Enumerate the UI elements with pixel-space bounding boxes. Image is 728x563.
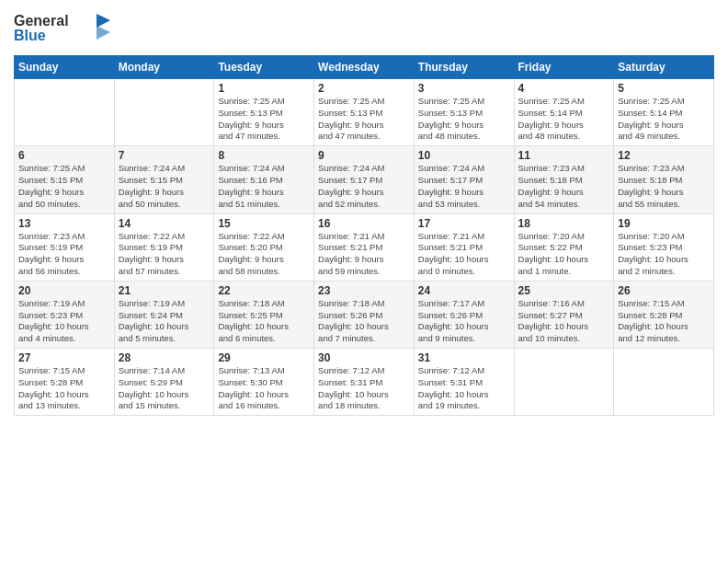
calendar-cell: 15Sunrise: 7:22 AMSunset: 5:20 PMDayligh… (214, 213, 314, 281)
calendar-cell (614, 349, 714, 416)
day-info: Sunrise: 7:23 AMSunset: 5:18 PMDaylight:… (618, 163, 710, 210)
day-number: 19 (618, 217, 710, 230)
day-info: Sunrise: 7:18 AMSunset: 5:26 PMDaylight:… (318, 298, 410, 345)
day-info: Sunrise: 7:14 AMSunset: 5:29 PMDaylight:… (119, 365, 210, 412)
header: General Blue (14, 9, 714, 50)
calendar-week-row: 1Sunrise: 7:25 AMSunset: 5:13 PMDaylight… (15, 79, 714, 146)
day-info: Sunrise: 7:25 AMSunset: 5:14 PMDaylight:… (518, 96, 610, 143)
calendar-cell (514, 349, 614, 416)
calendar-cell: 2Sunrise: 7:25 AMSunset: 5:13 PMDaylight… (314, 79, 415, 146)
day-info: Sunrise: 7:15 AMSunset: 5:28 PMDaylight:… (18, 365, 110, 412)
day-number: 7 (119, 149, 210, 162)
calendar-cell (15, 79, 115, 146)
calendar-cell: 8Sunrise: 7:24 AMSunset: 5:16 PMDaylight… (214, 146, 314, 213)
day-number: 16 (318, 217, 410, 230)
day-number: 6 (18, 149, 110, 162)
day-number: 22 (218, 284, 310, 297)
day-number: 10 (418, 149, 510, 162)
day-info: Sunrise: 7:25 AMSunset: 5:13 PMDaylight:… (318, 96, 410, 143)
day-number: 30 (318, 351, 410, 364)
calendar-cell (114, 79, 214, 146)
calendar-cell: 23Sunrise: 7:18 AMSunset: 5:26 PMDayligh… (314, 281, 415, 348)
calendar-cell: 25Sunrise: 7:16 AMSunset: 5:27 PMDayligh… (514, 281, 614, 348)
day-number: 5 (618, 82, 710, 95)
calendar-cell: 22Sunrise: 7:18 AMSunset: 5:25 PMDayligh… (214, 281, 314, 348)
day-number: 25 (518, 284, 610, 297)
svg-text:Blue: Blue (14, 28, 46, 43)
svg-marker-3 (97, 26, 110, 40)
day-info: Sunrise: 7:25 AMSunset: 5:14 PMDaylight:… (618, 96, 710, 143)
day-number: 13 (18, 217, 110, 230)
day-number: 2 (318, 82, 410, 95)
day-number: 20 (18, 284, 110, 297)
day-info: Sunrise: 7:22 AMSunset: 5:19 PMDaylight:… (119, 231, 210, 278)
day-info: Sunrise: 7:20 AMSunset: 5:22 PMDaylight:… (518, 231, 610, 278)
day-number: 26 (618, 284, 710, 297)
weekday-header: Friday (514, 56, 614, 79)
calendar-cell: 4Sunrise: 7:25 AMSunset: 5:14 PMDaylight… (514, 79, 614, 146)
calendar-cell: 26Sunrise: 7:15 AMSunset: 5:28 PMDayligh… (614, 281, 714, 348)
calendar-cell: 24Sunrise: 7:17 AMSunset: 5:26 PMDayligh… (414, 281, 514, 348)
svg-marker-2 (97, 14, 110, 28)
calendar-cell: 5Sunrise: 7:25 AMSunset: 5:14 PMDaylight… (614, 79, 714, 146)
day-number: 9 (318, 149, 410, 162)
day-number: 12 (618, 149, 710, 162)
day-number: 27 (18, 351, 110, 364)
day-number: 17 (418, 217, 510, 230)
calendar-cell: 29Sunrise: 7:13 AMSunset: 5:30 PMDayligh… (214, 349, 314, 416)
day-number: 8 (218, 149, 310, 162)
weekday-header-row: SundayMondayTuesdayWednesdayThursdayFrid… (15, 56, 714, 79)
calendar-cell: 11Sunrise: 7:23 AMSunset: 5:18 PMDayligh… (514, 146, 614, 213)
day-info: Sunrise: 7:20 AMSunset: 5:23 PMDaylight:… (618, 231, 710, 278)
day-number: 1 (218, 82, 310, 95)
calendar-cell: 12Sunrise: 7:23 AMSunset: 5:18 PMDayligh… (614, 146, 714, 213)
day-number: 24 (418, 284, 510, 297)
calendar-week-row: 20Sunrise: 7:19 AMSunset: 5:23 PMDayligh… (15, 281, 714, 348)
day-info: Sunrise: 7:23 AMSunset: 5:18 PMDaylight:… (518, 163, 610, 210)
day-info: Sunrise: 7:21 AMSunset: 5:21 PMDaylight:… (418, 231, 510, 278)
day-info: Sunrise: 7:24 AMSunset: 5:17 PMDaylight:… (418, 163, 510, 210)
day-info: Sunrise: 7:19 AMSunset: 5:23 PMDaylight:… (18, 298, 110, 345)
calendar-cell: 10Sunrise: 7:24 AMSunset: 5:17 PMDayligh… (414, 146, 514, 213)
calendar-cell: 16Sunrise: 7:21 AMSunset: 5:21 PMDayligh… (314, 213, 415, 281)
day-number: 4 (518, 82, 610, 95)
day-number: 15 (218, 217, 310, 230)
weekday-header: Thursday (414, 56, 514, 79)
day-info: Sunrise: 7:16 AMSunset: 5:27 PMDaylight:… (518, 298, 610, 345)
weekday-header: Tuesday (214, 56, 314, 79)
day-info: Sunrise: 7:24 AMSunset: 5:16 PMDaylight:… (218, 163, 310, 210)
calendar-cell: 19Sunrise: 7:20 AMSunset: 5:23 PMDayligh… (614, 213, 714, 281)
weekday-header: Saturday (614, 56, 714, 79)
calendar-week-row: 27Sunrise: 7:15 AMSunset: 5:28 PMDayligh… (15, 349, 714, 416)
logo: General Blue (14, 9, 115, 50)
calendar-cell: 27Sunrise: 7:15 AMSunset: 5:28 PMDayligh… (15, 349, 115, 416)
day-info: Sunrise: 7:13 AMSunset: 5:30 PMDaylight:… (218, 365, 310, 412)
calendar-table: SundayMondayTuesdayWednesdayThursdayFrid… (14, 55, 714, 416)
calendar-cell: 20Sunrise: 7:19 AMSunset: 5:23 PMDayligh… (15, 281, 115, 348)
day-number: 14 (119, 217, 210, 230)
day-number: 23 (318, 284, 410, 297)
day-info: Sunrise: 7:25 AMSunset: 5:15 PMDaylight:… (18, 163, 110, 210)
svg-text:General: General (14, 13, 69, 29)
calendar-cell: 28Sunrise: 7:14 AMSunset: 5:29 PMDayligh… (114, 349, 214, 416)
day-number: 29 (218, 351, 310, 364)
calendar-cell: 6Sunrise: 7:25 AMSunset: 5:15 PMDaylight… (15, 146, 115, 213)
calendar-cell: 21Sunrise: 7:19 AMSunset: 5:24 PMDayligh… (114, 281, 214, 348)
calendar-page: General Blue SundayMondayTuesdayWednesda… (0, 0, 728, 563)
calendar-cell: 13Sunrise: 7:23 AMSunset: 5:19 PMDayligh… (15, 213, 115, 281)
calendar-cell: 14Sunrise: 7:22 AMSunset: 5:19 PMDayligh… (114, 213, 214, 281)
calendar-cell: 17Sunrise: 7:21 AMSunset: 5:21 PMDayligh… (414, 213, 514, 281)
day-info: Sunrise: 7:15 AMSunset: 5:28 PMDaylight:… (618, 298, 710, 345)
day-number: 31 (418, 351, 510, 364)
calendar-week-row: 13Sunrise: 7:23 AMSunset: 5:19 PMDayligh… (15, 213, 714, 281)
day-info: Sunrise: 7:24 AMSunset: 5:17 PMDaylight:… (318, 163, 410, 210)
day-number: 21 (119, 284, 210, 297)
weekday-header: Wednesday (314, 56, 415, 79)
weekday-header: Sunday (15, 56, 115, 79)
day-number: 3 (418, 82, 510, 95)
day-number: 11 (518, 149, 610, 162)
calendar-cell: 7Sunrise: 7:24 AMSunset: 5:15 PMDaylight… (114, 146, 214, 213)
day-info: Sunrise: 7:17 AMSunset: 5:26 PMDaylight:… (418, 298, 510, 345)
day-number: 28 (119, 351, 210, 364)
day-info: Sunrise: 7:21 AMSunset: 5:21 PMDaylight:… (318, 231, 410, 278)
